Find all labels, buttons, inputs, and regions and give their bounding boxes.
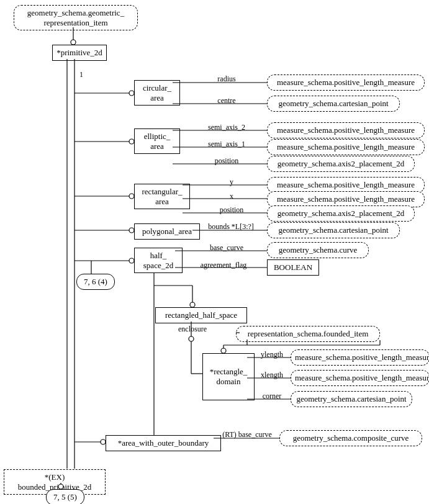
svg-point-1 <box>71 40 76 45</box>
target-plm-2: measure_schema.positive_length_measure <box>267 122 425 138</box>
svg-point-6 <box>129 139 134 144</box>
attr-ylength: ylength <box>253 350 291 359</box>
target-founded-item: representation_schema.founded_item <box>236 326 380 342</box>
label: geometry_schema.cartesian_point <box>278 99 388 108</box>
attr-rt-base-curve: (RT) base_curve <box>216 430 278 439</box>
label: half_ space_2d <box>143 251 173 270</box>
target-cartesian-2: geometry_schema.cartesian_point <box>267 222 400 238</box>
label: *(EX) bounded_primitive_2d <box>18 472 91 492</box>
label: measure_schema.positive_length_measure <box>277 142 415 151</box>
label: geometry_schema.axis2_placement_2d <box>278 209 405 218</box>
label: geometry_schema.axis2_placement_2d <box>278 159 405 168</box>
svg-point-36 <box>189 336 194 341</box>
entity-rectangular-area: rectangular_ area <box>134 184 190 209</box>
svg-point-12 <box>129 258 134 263</box>
svg-point-15 <box>101 439 106 444</box>
target-plm-7: measure_schema.positive_length_measure <box>291 370 429 386</box>
attr-corner: corner <box>253 392 291 401</box>
label: geometry_schema.geometric_ representatio… <box>27 8 124 27</box>
target-plm-5: measure_schema.positive_length_measure <box>267 191 425 207</box>
attr-x: x <box>204 192 260 201</box>
mult-one: 1 <box>79 70 83 79</box>
attr-semi-axis-1: semi_axis_1 <box>193 140 260 149</box>
label: 7, 5 (5) <box>53 492 77 502</box>
attr-bounds: bounds *L[3:?] <box>197 222 264 232</box>
target-plm-1: measure_schema.positive_length_measure <box>267 74 425 91</box>
entity-half-space-2d: half_ space_2d <box>134 248 183 273</box>
label: measure_schema.positive_length_measure <box>277 180 415 189</box>
label: *primitive_2d <box>56 48 102 57</box>
target-cartesian-3: geometry_schema.cartesian_point <box>291 391 412 407</box>
attr-enclosure: enclosure <box>171 325 214 334</box>
attr-centre: centre <box>193 96 260 106</box>
target-plm-3: measure_schema.positive_length_measure <box>267 139 425 155</box>
entity-elliptic-area: elliptic_ area <box>134 128 180 154</box>
svg-point-8 <box>129 194 134 199</box>
attr-position-2: position <box>204 205 260 215</box>
svg-point-41 <box>221 348 226 353</box>
label: measure_schema.positive_length_measure <box>277 125 415 135</box>
svg-point-4 <box>129 91 134 96</box>
label: geometry_schema.cartesian_point <box>278 225 388 235</box>
label: measure_schema.positive_length_measure <box>295 353 429 362</box>
entity-rectangle-domain: *rectangle_ domain <box>202 353 255 400</box>
target-cartesian-1: geometry_schema.cartesian_point <box>267 96 400 112</box>
attr-xlength: xlength <box>253 371 291 380</box>
target-plm-4: measure_schema.positive_length_measure <box>267 177 425 193</box>
attr-radius: radius <box>193 74 260 84</box>
label: BOOLEAN <box>274 263 312 272</box>
label: geometry_schema.composite_curve <box>293 433 409 443</box>
attr-position-1: position <box>193 156 260 166</box>
label: polygonal_area <box>142 227 192 236</box>
target-boolean: BOOLEAN <box>267 259 319 276</box>
label: *rectangle_ domain <box>210 367 248 386</box>
label: measure_schema.positive_length_measure <box>277 78 415 87</box>
attr-y: y <box>204 178 260 187</box>
target-axis2-2: geometry_schema.axis2_placement_2d <box>267 205 415 222</box>
label: rectangled_half_space <box>165 310 237 320</box>
entity-polygonal-area: polygonal_area <box>134 223 200 240</box>
attr-base-curve: base_curve <box>193 243 260 253</box>
label: *area_with_outer_boundary <box>118 438 209 448</box>
ref-7-6-4: 7, 6 (4) <box>76 274 115 290</box>
entity-primitive-2d: *primitive_2d <box>52 45 107 61</box>
entity-area-with-outer-boundary: *area_with_outer_boundary <box>106 435 221 451</box>
label: measure_schema.positive_length_measure <box>277 194 415 204</box>
entity-circular-area: circular_ area <box>134 80 180 106</box>
svg-point-33 <box>190 302 195 307</box>
attr-semi-axis-2: semi_axis_2 <box>193 123 260 132</box>
entity-geom-repr-item: geometry_schema.geometric_ representatio… <box>14 5 138 30</box>
label: geometry_schema.cartesian_point <box>296 394 406 403</box>
target-plm-6: measure_schema.positive_length_measure <box>291 349 429 366</box>
svg-point-10 <box>129 228 134 233</box>
label: 7, 6 (4) <box>84 277 107 286</box>
ref-7-5-5: 7, 5 (5) <box>46 489 84 504</box>
target-curve: geometry_schema.curve <box>267 242 369 258</box>
label: circular_ area <box>143 83 171 102</box>
entity-rectangled-half-space: rectangled_half_space <box>155 307 247 323</box>
attr-agreement-flag: agreement_flag <box>186 261 261 270</box>
label: rectangular_ area <box>142 187 183 206</box>
label: representation_schema.founded_item <box>248 329 369 338</box>
label: elliptic_ area <box>144 132 171 151</box>
label: geometry_schema.curve <box>279 245 358 254</box>
target-axis2-1: geometry_schema.axis2_placement_2d <box>267 156 415 172</box>
target-composite-curve: geometry_schema.composite_curve <box>279 430 422 446</box>
label: measure_schema.positive_length_measure <box>295 373 429 382</box>
